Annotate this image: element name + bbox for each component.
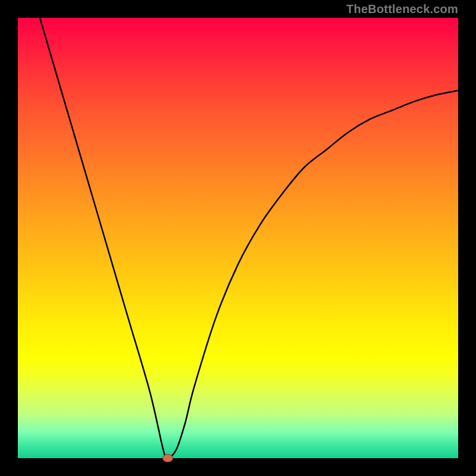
minimum-marker — [162, 454, 173, 462]
chart-container: TheBottleneck.com — [0, 0, 476, 476]
bottleneck-curve — [18, 18, 458, 458]
watermark-text: TheBottleneck.com — [346, 2, 458, 16]
plot-area — [18, 18, 458, 458]
